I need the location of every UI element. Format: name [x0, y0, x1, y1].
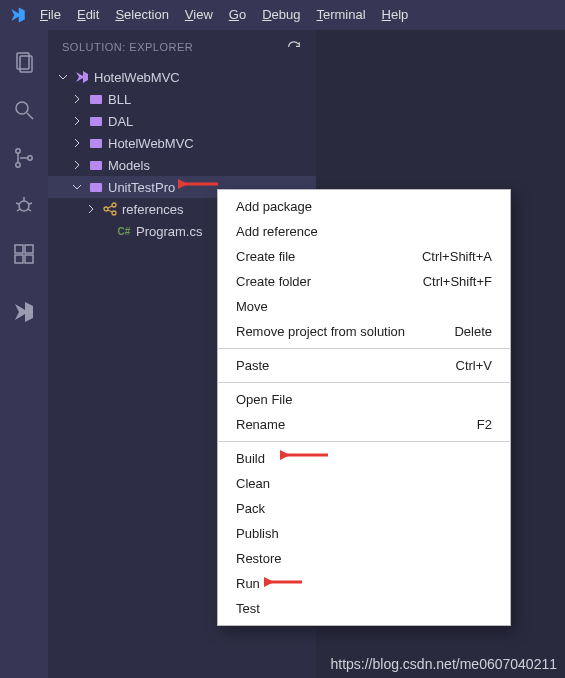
activity-vs[interactable]: [0, 288, 48, 336]
tree-label: UnitTestPro: [108, 180, 175, 195]
ctx-test[interactable]: Test: [218, 596, 510, 621]
project-icon: [88, 135, 104, 151]
project-icon: [88, 91, 104, 107]
ctx-add-package[interactable]: Add package: [218, 194, 510, 219]
tree-root[interactable]: HotelWebMVC: [48, 66, 316, 88]
ctx-remove-project[interactable]: Remove project from solutionDelete: [218, 319, 510, 344]
svg-point-6: [28, 156, 32, 160]
menu-go[interactable]: Go: [221, 0, 254, 30]
tree-label: HotelWebMVC: [108, 136, 194, 151]
ctx-restore[interactable]: Restore: [218, 546, 510, 571]
menu-selection[interactable]: Selection: [107, 0, 176, 30]
svg-line-12: [28, 209, 31, 211]
svg-line-11: [17, 209, 20, 211]
svg-point-7: [19, 201, 29, 211]
menubar: File Edit Selection View Go Debug Termin…: [0, 0, 565, 30]
tree-item-dal[interactable]: DAL: [48, 110, 316, 132]
svg-rect-13: [15, 245, 23, 253]
tree-label: Models: [108, 158, 150, 173]
chevron-right-icon: [70, 115, 84, 127]
svg-line-9: [16, 203, 19, 204]
chevron-right-icon: [70, 93, 84, 105]
svg-line-26: [108, 210, 112, 212]
svg-rect-20: [90, 161, 102, 170]
tree-label: BLL: [108, 92, 131, 107]
chevron-right-icon: [70, 159, 84, 171]
menu-edit[interactable]: Edit: [69, 0, 107, 30]
tree-label: references: [122, 202, 183, 217]
ctx-rename[interactable]: RenameF2: [218, 412, 510, 437]
svg-point-22: [104, 207, 108, 211]
svg-rect-16: [25, 245, 33, 253]
menu-view[interactable]: View: [177, 0, 221, 30]
chevron-right-icon: [84, 203, 98, 215]
activity-explorer[interactable]: [0, 38, 48, 86]
activity-search[interactable]: [0, 86, 48, 134]
explorer-title: SOLUTION: EXPLORER: [62, 41, 193, 53]
activity-extensions[interactable]: [0, 230, 48, 278]
project-icon: [88, 113, 104, 129]
ctx-pack[interactable]: Pack: [218, 496, 510, 521]
refresh-icon[interactable]: [286, 39, 302, 55]
ctx-run[interactable]: Run: [218, 571, 510, 596]
menu-terminal[interactable]: Terminal: [308, 0, 373, 30]
chevron-down-icon: [70, 181, 84, 193]
explorer-header: SOLUTION: EXPLORER: [48, 30, 316, 64]
svg-rect-17: [90, 95, 102, 104]
svg-line-25: [108, 206, 112, 208]
svg-point-23: [112, 203, 116, 207]
app-logo: [4, 0, 32, 30]
ctx-clean[interactable]: Clean: [218, 471, 510, 496]
svg-rect-21: [90, 183, 102, 192]
tree-label: Program.cs: [136, 224, 202, 239]
context-menu: Add package Add reference Create fileCtr…: [217, 189, 511, 626]
menu-file[interactable]: File: [32, 0, 69, 30]
svg-point-24: [112, 211, 116, 215]
tree-root-label: HotelWebMVC: [94, 70, 180, 85]
ctx-separator: [218, 441, 510, 442]
menu-debug[interactable]: Debug: [254, 0, 308, 30]
csharp-icon: C#: [116, 223, 132, 239]
project-icon: [88, 179, 104, 195]
solution-icon: [74, 69, 90, 85]
svg-rect-19: [90, 139, 102, 148]
tree-label: DAL: [108, 114, 133, 129]
chevron-down-icon: [56, 71, 70, 83]
svg-point-4: [16, 149, 20, 153]
menu-help[interactable]: Help: [374, 0, 417, 30]
watermark: https://blog.csdn.net/me0607040211: [330, 656, 557, 672]
tree-item-bll[interactable]: BLL: [48, 88, 316, 110]
ctx-add-reference[interactable]: Add reference: [218, 219, 510, 244]
svg-point-2: [16, 102, 28, 114]
svg-point-5: [16, 163, 20, 167]
ctx-publish[interactable]: Publish: [218, 521, 510, 546]
ctx-create-file[interactable]: Create fileCtrl+Shift+A: [218, 244, 510, 269]
ctx-separator: [218, 382, 510, 383]
references-icon: [102, 201, 118, 217]
svg-rect-15: [25, 255, 33, 263]
ctx-open-file[interactable]: Open File: [218, 387, 510, 412]
activity-debug[interactable]: [0, 182, 48, 230]
svg-rect-18: [90, 117, 102, 126]
tree-item-hotelwebmvc[interactable]: HotelWebMVC: [48, 132, 316, 154]
svg-line-10: [29, 203, 32, 204]
ctx-build[interactable]: Build: [218, 446, 510, 471]
ctx-create-folder[interactable]: Create folderCtrl+Shift+F: [218, 269, 510, 294]
project-icon: [88, 157, 104, 173]
activity-bar: [0, 30, 48, 678]
ctx-separator: [218, 348, 510, 349]
svg-rect-14: [15, 255, 23, 263]
ctx-move[interactable]: Move: [218, 294, 510, 319]
ctx-paste[interactable]: PasteCtrl+V: [218, 353, 510, 378]
activity-scm[interactable]: [0, 134, 48, 182]
chevron-right-icon: [70, 137, 84, 149]
svg-line-3: [27, 113, 33, 119]
tree-item-models[interactable]: Models: [48, 154, 316, 176]
